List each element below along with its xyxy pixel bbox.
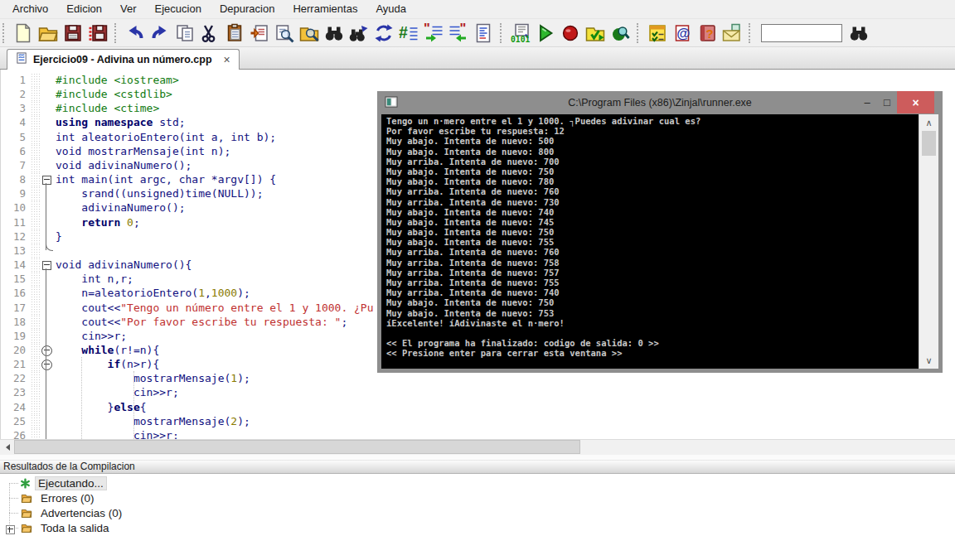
menu-item-ejecucion[interactable]: Ejecucion	[146, 0, 211, 18]
menu-item-ayuda[interactable]: Ayuda	[366, 0, 415, 18]
stop-button[interactable]	[558, 21, 583, 46]
folder-icon	[20, 508, 33, 519]
find-in-files-button[interactable]	[297, 21, 322, 46]
svg-text:0101: 0101	[511, 35, 531, 43]
tree-expand-plus-icon[interactable]	[6, 525, 15, 534]
scroll-left-arrow-icon[interactable]	[0, 440, 14, 454]
menu-item-depuracion[interactable]: Depuracion	[211, 0, 284, 18]
line-number: 25	[1, 414, 26, 428]
scrollbar-thumb[interactable]	[14, 440, 580, 454]
code-line[interactable]: 25 mostrarMensaje(2);	[1, 414, 955, 428]
run-button[interactable]	[533, 21, 558, 46]
toolbar-grip[interactable]	[637, 23, 641, 43]
toolbar-grip[interactable]	[114, 23, 119, 43]
code-line[interactable]: 26 cin>>r;	[1, 428, 955, 439]
close-button[interactable]: ×	[897, 91, 934, 113]
open-file-button[interactable]	[36, 21, 61, 46]
tree-item-3[interactable]: Advertencias (0)	[0, 505, 955, 520]
scroll-up-icon[interactable]: ∧	[919, 116, 938, 129]
help-button[interactable]: ?	[695, 21, 720, 46]
menu-item-archivo[interactable]: Archivo	[3, 0, 57, 18]
code-text: adivinaNumero();	[54, 200, 186, 215]
fold-marker-if[interactable]	[41, 360, 52, 370]
gutter-stipple	[31, 200, 41, 215]
toolbar-grip[interactable]	[749, 23, 753, 43]
send-mail-button[interactable]	[720, 21, 744, 46]
code-token: );	[237, 415, 250, 427]
scrollbar-thumb[interactable]	[922, 131, 936, 156]
gutter-stipple	[31, 144, 41, 158]
run-icon	[536, 23, 555, 43]
paste-text-button[interactable]	[247, 21, 272, 46]
code-line[interactable]: 22 mostrarMensaje(1);	[1, 371, 955, 385]
uncomment-button[interactable]: "	[446, 21, 471, 46]
debug-button[interactable]	[608, 21, 633, 46]
fold-marker-main[interactable]	[42, 176, 51, 185]
gutter-stipple	[31, 244, 41, 258]
find-next-button[interactable]	[322, 21, 347, 46]
toolbar-grip[interactable]	[2, 23, 7, 43]
uncomment-icon: "	[448, 23, 468, 43]
tab-close-icon[interactable]: ×	[224, 54, 230, 65]
menu-item-ver[interactable]: Ver	[111, 0, 146, 18]
console-vertical-scrollbar[interactable]: ∧ ∨	[919, 114, 938, 369]
copy-button[interactable]	[172, 21, 197, 46]
tree-item-4[interactable]: Toda la salida	[0, 520, 955, 535]
menu-item-herramientas[interactable]: Herramientas	[284, 0, 366, 18]
code-token: ;	[341, 316, 347, 328]
toolbar-grip[interactable]	[500, 23, 504, 43]
goto-line-button[interactable]: #	[396, 21, 421, 46]
tasks-icon	[647, 23, 667, 43]
fold-marker-adivinanumero[interactable]	[42, 261, 51, 270]
line-number: 6	[1, 144, 26, 158]
code-line[interactable]: 24 }else{	[1, 400, 955, 414]
quick-find-button[interactable]	[846, 21, 871, 46]
fold-marker-while[interactable]	[41, 345, 52, 356]
tasks-button[interactable]	[645, 21, 670, 46]
console-line: << El programa ha finalizado: codigo de …	[386, 338, 919, 348]
find-button[interactable]	[272, 21, 297, 46]
folder-icon	[20, 523, 33, 533]
paste-button[interactable]	[222, 21, 247, 46]
save-all-button[interactable]	[85, 21, 110, 46]
toolbar-group: @?	[634, 21, 744, 46]
gutter-stipple	[31, 73, 41, 87]
toolbar-search-input[interactable]	[761, 24, 842, 42]
tree-item-1[interactable]: Ejecutando...	[0, 476, 955, 490]
console-line: íExcelente! íAdivinaste el n·mero!	[386, 318, 919, 328]
find-prev-button[interactable]	[347, 21, 371, 46]
replace-button[interactable]	[371, 21, 396, 46]
cut-button[interactable]	[197, 21, 222, 46]
new-file-button[interactable]	[11, 21, 36, 46]
comment-button[interactable]: "	[421, 21, 446, 46]
code-text: while(r!=n){	[54, 343, 159, 357]
line-number: 7	[1, 158, 26, 172]
menu-item-edicion[interactable]: Edicion	[57, 0, 111, 18]
code-token: void adivinaNumero(){	[56, 258, 191, 271]
code-line[interactable]: 1#include <iostream>	[1, 73, 955, 87]
tree-item-2[interactable]: Errores (0)	[0, 490, 955, 505]
fold-margin	[41, 73, 54, 87]
undo-button[interactable]	[123, 21, 148, 46]
tab-ejercicio09[interactable]: Ejercicio09 - Adivina un número.cpp ×	[7, 49, 240, 70]
run-project-button[interactable]	[583, 21, 608, 46]
minimize-button[interactable]: –	[857, 91, 877, 113]
find-icon	[274, 23, 294, 43]
code-token: while	[56, 344, 114, 356]
format-code-button[interactable]	[471, 21, 496, 46]
editor-horizontal-scrollbar[interactable]	[0, 439, 955, 455]
cut-icon	[200, 23, 220, 43]
console-title-bar[interactable]: C:\Program Files (x86)\Zinjal\runner.exe…	[377, 91, 943, 114]
gutter-stipple	[31, 115, 41, 129]
save-file-button[interactable]	[61, 21, 85, 46]
redo-button[interactable]	[148, 21, 172, 46]
code-token: n=aleatorioEntero(	[56, 287, 198, 299]
doxygen-button[interactable]: @	[670, 21, 695, 46]
fold-margin	[41, 229, 54, 244]
maximize-button[interactable]: □	[877, 91, 897, 113]
tree-connector	[9, 498, 18, 499]
compile-button[interactable]: 0101	[508, 21, 533, 46]
code-line[interactable]: 23 cin>>r;	[1, 385, 955, 399]
scroll-down-icon[interactable]: ∨	[919, 354, 938, 367]
console-line: Muy arriba. Intenta de nuevo: 758	[386, 258, 919, 268]
